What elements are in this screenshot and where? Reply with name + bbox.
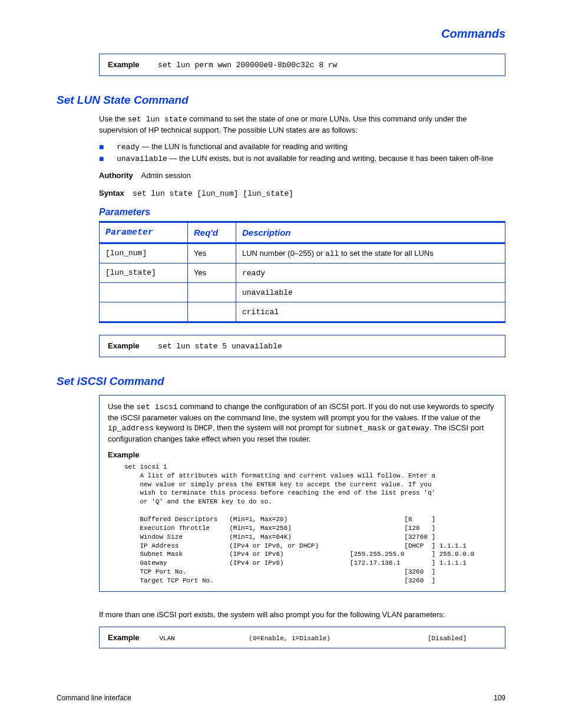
table-row: critical — [100, 302, 505, 322]
text: keyword is — [154, 423, 194, 432]
mono-text: unavailable — [242, 288, 293, 297]
text: LUN number (0–255) or — [242, 249, 325, 258]
list-item: ■ ready — the LUN is functional and avai… — [99, 142, 505, 151]
authority-value: Admin session — [141, 171, 191, 180]
parameters-table: Parameter Req'd Description [lun_num] Ye… — [99, 221, 505, 323]
cell — [100, 283, 188, 302]
example-label: Example — [108, 633, 139, 642]
heading-set-iscsi: Set iSCSI Command — [57, 375, 505, 388]
authority-label: Authority — [99, 171, 133, 180]
mono-text: ip_address — [108, 424, 154, 433]
text: Use the — [108, 402, 136, 411]
text: to set the state for all LUNs — [339, 249, 433, 258]
page-section-header: Commands — [57, 27, 505, 41]
table-row: [lun_num] Yes LUN number (0–255) or all … — [100, 243, 505, 263]
text: — the LUN exists, but is not available f… — [167, 154, 493, 163]
col-header: Description — [236, 222, 505, 243]
example-box: Use the set iscsi command to change the … — [99, 395, 505, 592]
example-box: Example set lun perm wwn 200000e0-8b00c3… — [99, 54, 505, 76]
mono-text: ready — [117, 143, 140, 151]
table-row: [lun_state] Yes ready — [100, 263, 505, 283]
mono-text: critical — [242, 308, 279, 317]
text: Use the — [99, 114, 127, 123]
cell: Yes — [188, 263, 236, 283]
syntax-label: Syntax — [99, 189, 124, 197]
example-preformatted: set iscsi 1 A list of attributes with fo… — [124, 463, 497, 585]
cell — [188, 283, 236, 302]
text: , then the system will not prompt for — [213, 423, 336, 432]
table-header-row: Parameter Req'd Description — [100, 222, 505, 243]
cell — [100, 302, 188, 322]
bullet-icon: ■ — [99, 142, 117, 151]
example-preformatted: VLAN (0=Enable, 1=Disable) [Disabled] — [144, 635, 467, 642]
footer-page-number: 109 — [494, 694, 505, 702]
example-label: Example — [108, 60, 139, 69]
mono-text: unavailable — [117, 154, 167, 163]
example-box: Example VLAN (0=Enable, 1=Disable) [Disa… — [99, 627, 505, 648]
mono-text: DHCP — [194, 424, 213, 433]
cell: critical — [236, 302, 505, 322]
body-text: If more than one iSCSI port exists, the … — [99, 610, 505, 620]
table-caption: Parameters — [99, 207, 505, 218]
table-row: unavailable — [100, 283, 505, 302]
syntax-value: set lun state [lun_num] [lun_state] — [133, 189, 293, 198]
cell: unavailable — [236, 283, 505, 302]
bullet-icon: ■ — [99, 154, 117, 163]
page-footer: Command line interface 109 — [57, 694, 505, 702]
body-text: Use the set lun state command to set the… — [99, 114, 505, 135]
mono-text: subnet_mask — [336, 424, 386, 433]
footer-left: Command line interface — [57, 694, 131, 702]
heading-set-lun-state: Set LUN State Command — [57, 94, 505, 107]
mono-text: set iscsi — [136, 403, 177, 411]
syntax-line: Syntax set lun state [lun_num] [lun_stat… — [99, 188, 505, 199]
example-box: Example set lun state 5 unavailable — [99, 335, 505, 357]
cell: [lun_state] — [100, 263, 188, 283]
col-header: Req'd — [188, 222, 236, 243]
list-item: ■ unavailable — the LUN exists, but is n… — [99, 154, 505, 163]
cell: LUN number (0–255) or all to set the sta… — [236, 243, 505, 263]
cell: [lun_num] — [100, 243, 188, 263]
mono-text: gateway — [397, 424, 429, 433]
authority-line: Authority Admin session — [99, 170, 505, 181]
text: or — [386, 423, 398, 432]
cell: Yes — [188, 243, 236, 263]
mono-text: all — [325, 249, 339, 258]
cell: ready — [236, 263, 505, 283]
cell — [188, 302, 236, 322]
example-text: set lun perm wwn 200000e0-8b00c32c 8 rw — [158, 61, 337, 70]
text: — the LUN is functional and available fo… — [140, 142, 348, 151]
col-header: Parameter — [100, 222, 188, 243]
example-text: set lun state 5 unavailable — [158, 342, 282, 351]
mono-text: ready — [242, 269, 265, 278]
example-label: Example — [108, 450, 139, 459]
example-label: Example — [108, 341, 139, 350]
mono-text: set lun state — [127, 115, 187, 124]
